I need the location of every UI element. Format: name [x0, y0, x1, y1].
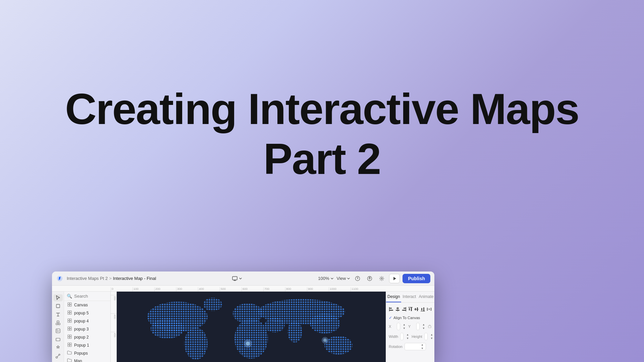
svg-rect-21: [70, 305, 71, 306]
world-map-svg: [117, 292, 386, 362]
sidebar-with-tools: 🔍 Canvas: [52, 292, 111, 362]
title-line2: Part 2: [263, 134, 380, 183]
share-button[interactable]: [365, 274, 374, 283]
main-content: 🔍 Canvas: [52, 292, 434, 362]
svg-rect-64: [404, 308, 406, 309]
search-input[interactable]: [74, 294, 108, 299]
layer-item-popup2[interactable]: popup 2: [64, 333, 110, 341]
height-field[interactable]: [424, 333, 428, 340]
y-increment[interactable]: ▲: [422, 323, 426, 326]
height-decrement[interactable]: ▼: [430, 337, 434, 340]
width-label: Width: [389, 335, 398, 339]
svg-rect-40: [68, 345, 69, 347]
width-field[interactable]: [400, 333, 404, 340]
titlebar-center: [159, 275, 315, 282]
select-tool[interactable]: [53, 294, 63, 301]
settings-button[interactable]: [377, 274, 386, 283]
svg-rect-25: [70, 313, 71, 314]
x-label: X: [389, 324, 395, 328]
align-left-button[interactable]: [389, 305, 394, 313]
tab-design[interactable]: Design: [386, 292, 401, 302]
rotation-input[interactable]: [406, 345, 420, 349]
svg-point-44: [151, 318, 184, 339]
tab-interact[interactable]: Interact: [401, 292, 417, 302]
svg-point-3: [358, 279, 358, 279]
svg-rect-33: [70, 329, 71, 330]
tab-animate[interactable]: Animate: [417, 292, 434, 302]
breadcrumb-parent[interactable]: Interactive Maps Pt 2: [67, 276, 108, 281]
breadcrumb-current[interactable]: Interactive Map - Final: [113, 276, 156, 281]
x-field[interactable]: [397, 323, 400, 330]
svg-point-55: [246, 342, 250, 346]
preview-button[interactable]: [389, 274, 400, 283]
rotation-increment[interactable]: ▲: [420, 343, 424, 347]
search-bar: 🔍: [64, 292, 110, 301]
svg-rect-28: [68, 321, 69, 322]
help-button[interactable]: [353, 274, 362, 283]
rotation-label: Rotation: [389, 345, 402, 349]
y-field[interactable]: [416, 323, 420, 330]
layer-component-icon: [67, 318, 72, 324]
align-middle-v-button[interactable]: [414, 305, 419, 313]
height-stepper[interactable]: ▲ ▼: [430, 333, 434, 340]
distribute-button[interactable]: [426, 305, 432, 313]
layer-item-popup5[interactable]: popup 5: [64, 309, 110, 317]
canvas-area[interactable]: [117, 292, 386, 362]
zoom-control[interactable]: 100%: [318, 276, 334, 281]
y-stepper[interactable]: ▲ ▼: [422, 323, 426, 330]
layer-component-icon: [67, 326, 72, 332]
v-ruler-marks: 350 400 450: [111, 292, 116, 350]
frame-tool[interactable]: [53, 303, 63, 310]
svg-rect-60: [389, 307, 390, 311]
canvas-content: [117, 292, 386, 362]
view-label: View: [336, 276, 346, 281]
text-tool[interactable]: [53, 311, 63, 318]
align-bottom-button[interactable]: [420, 305, 426, 313]
width-stepper[interactable]: ▲ ▼: [406, 333, 410, 340]
layer-item-popup3[interactable]: popup 3: [64, 325, 110, 333]
rotation-field[interactable]: ▲ ▼: [405, 343, 426, 350]
svg-rect-76: [427, 308, 428, 311]
rotation-decrement[interactable]: ▼: [420, 347, 424, 350]
layer-label: popup 4: [74, 319, 89, 323]
width-increment[interactable]: ▲: [406, 333, 410, 337]
x-increment[interactable]: ▲: [402, 323, 406, 326]
align-center-h-button[interactable]: [395, 305, 400, 313]
align-to-canvas-checkbox[interactable]: ✓: [389, 315, 392, 320]
view-button[interactable]: View: [336, 276, 350, 281]
fill-tool[interactable]: [53, 344, 63, 351]
component-tool[interactable]: [53, 319, 63, 326]
height-increment[interactable]: ▲: [430, 333, 434, 337]
shapes-tool[interactable]: [53, 336, 63, 343]
device-selector-button[interactable]: [229, 275, 245, 282]
svg-rect-31: [70, 327, 71, 328]
rotation-stepper[interactable]: ▲ ▼: [420, 343, 424, 350]
layer-item-map-folder[interactable]: Map: [64, 357, 110, 362]
width-decrement[interactable]: ▼: [406, 337, 410, 340]
svg-rect-30: [68, 327, 69, 328]
layer-label: Popups: [74, 351, 88, 356]
x-stepper[interactable]: ▲ ▼: [402, 323, 406, 330]
align-top-button[interactable]: [408, 305, 413, 313]
lock-icon[interactable]: [428, 324, 432, 329]
svg-point-17: [59, 354, 60, 355]
svg-rect-23: [70, 311, 71, 312]
xy-row: X ▲ ▼ Y ▲ ▼: [389, 323, 432, 330]
layer-item-popups-folder[interactable]: Popups: [64, 349, 110, 357]
layer-label: Popup 1: [74, 343, 89, 348]
layer-item-popup1[interactable]: Popup 1: [64, 341, 110, 349]
code-tool[interactable]: [53, 327, 63, 335]
align-right-button[interactable]: [401, 305, 407, 313]
horizontal-ruler: 0 100 200 300 400 500 600 700 800 900 10…: [52, 286, 434, 292]
publish-button[interactable]: Publish: [402, 274, 430, 283]
svg-rect-19: [70, 303, 71, 304]
svg-rect-27: [70, 319, 71, 320]
connect-tool[interactable]: [53, 352, 63, 359]
svg-rect-10: [58, 323, 60, 325]
y-decrement[interactable]: ▼: [422, 327, 426, 330]
svg-rect-37: [70, 337, 71, 339]
layer-item-canvas[interactable]: Canvas: [64, 301, 110, 309]
x-decrement[interactable]: ▼: [402, 327, 406, 330]
layer-item-popup4[interactable]: popup 4: [64, 317, 110, 325]
layer-component-icon: [67, 343, 72, 348]
